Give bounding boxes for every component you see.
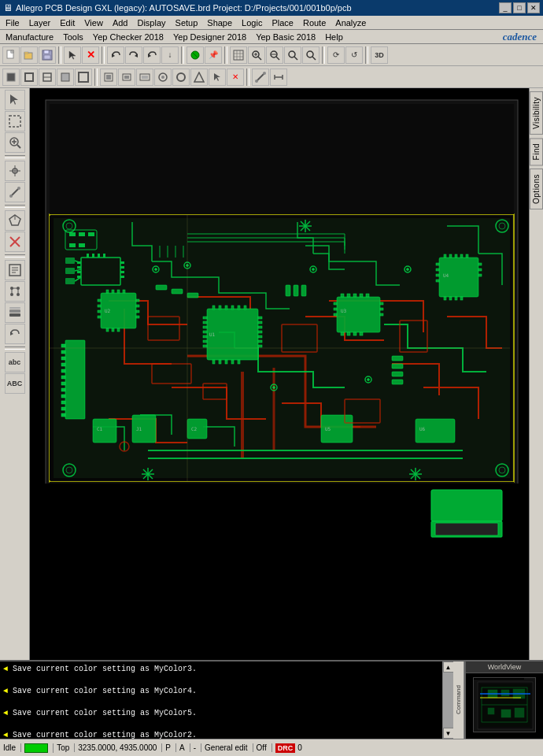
tb-open[interactable]	[20, 46, 38, 64]
tb2-pad[interactable]	[118, 69, 135, 86]
tb2-outlineb[interactable]	[20, 69, 38, 86]
menu-edit[interactable]: Edit	[56, 17, 79, 28]
sidebar-btn-highlight[interactable]	[5, 210, 25, 231]
tb-redo[interactable]	[125, 46, 142, 64]
options-tab[interactable]: Options	[530, 169, 543, 209]
tb2-place[interactable]	[190, 69, 208, 86]
svg-rect-180	[360, 332, 363, 335]
worldview-area: WorldView	[464, 662, 543, 739]
svg-rect-105	[120, 276, 124, 278]
scroll-up-button[interactable]: ▲	[443, 662, 454, 673]
svg-rect-164	[61, 376, 65, 379]
svg-text:U3: U3	[341, 308, 347, 313]
sidebar-sep-1	[5, 155, 25, 158]
menu-route[interactable]: Route	[299, 17, 330, 28]
tb-save[interactable]	[39, 46, 56, 64]
tb2-cross-red[interactable]: ✕	[227, 69, 244, 86]
sidebar-btn-zoom-area[interactable]	[5, 111, 25, 132]
sidebar-btn-netlist[interactable]	[5, 281, 25, 302]
sidebar-btn-text-abc-lower[interactable]: abc	[5, 352, 25, 372]
sidebar-btn-dehighlight[interactable]	[5, 232, 25, 252]
tb-ratsnest[interactable]	[187, 46, 204, 64]
menu-display[interactable]: Display	[133, 17, 169, 28]
scroll-track[interactable]	[443, 673, 454, 728]
menu-layer[interactable]: Layer	[25, 17, 55, 28]
toolbar-sep-3	[181, 46, 184, 64]
tb-undo[interactable]	[107, 46, 124, 64]
tb-refresh2[interactable]: ↺	[345, 46, 363, 64]
menu-logic[interactable]: Logic	[238, 17, 266, 28]
svg-rect-182	[334, 308, 337, 310]
minimize-button[interactable]: _	[499, 2, 512, 13]
tb2-circle[interactable]	[172, 69, 190, 86]
tb-zoom-in[interactable]	[266, 46, 283, 64]
sidebar-btn-zoom-in[interactable]	[5, 132, 25, 153]
status-a-seg: A	[179, 743, 190, 752]
svg-rect-158	[65, 340, 85, 419]
menu-yep-basic[interactable]: Yep Basic 2018	[252, 32, 320, 43]
tb2-layer1[interactable]	[39, 69, 56, 86]
tb2-border[interactable]	[75, 69, 92, 86]
menu-analyze[interactable]: Analyze	[331, 17, 370, 28]
tb-undo2[interactable]	[143, 46, 161, 64]
svg-rect-216	[187, 419, 207, 439]
tb-zoom-fit[interactable]	[248, 46, 265, 64]
menu-bar-1: File Layer Edit View Add Display Setup S…	[0, 16, 543, 30]
sidebar-btn-select[interactable]	[5, 90, 25, 110]
menu-yep-checker[interactable]: Yep Checker 2018	[89, 32, 168, 43]
svg-rect-204	[156, 285, 167, 290]
command-output[interactable]: ◄ Save current color setting as MyColor3…	[0, 662, 442, 739]
sidebar-btn-rotation[interactable]	[5, 324, 25, 344]
tb2-outline[interactable]	[2, 69, 20, 86]
svg-rect-191	[460, 254, 463, 258]
tb2-measure[interactable]	[270, 69, 287, 86]
tb-3d[interactable]: 3D	[371, 46, 388, 64]
svg-rect-87	[50, 104, 514, 214]
tb-pointer[interactable]	[64, 46, 81, 64]
svg-rect-14	[234, 50, 243, 60]
svg-point-220	[155, 269, 157, 271]
tb-down[interactable]: ↓	[161, 46, 179, 64]
sidebar-btn-text-abc-upper[interactable]: ABC	[5, 373, 25, 394]
tb2-via[interactable]	[100, 69, 117, 86]
tb-zoom-prev[interactable]	[302, 46, 320, 64]
tb2-route[interactable]	[154, 69, 172, 86]
sidebar-btn-measure[interactable]	[5, 182, 25, 202]
sidebar-btn-snap[interactable]	[5, 161, 25, 181]
menu-view[interactable]: View	[80, 17, 107, 28]
close-button[interactable]: ✕	[527, 2, 540, 13]
menu-yep-designer[interactable]: Yep Designer 2018	[169, 32, 250, 43]
tb2-square-fill[interactable]	[57, 69, 74, 86]
svg-rect-7	[44, 55, 50, 59]
tb-zoom-out[interactable]	[284, 46, 301, 64]
tb-pin[interactable]: 📌	[205, 46, 222, 64]
tb-new[interactable]	[2, 46, 20, 64]
menu-tools[interactable]: Tools	[59, 32, 87, 43]
tb2-cursor[interactable]	[209, 69, 226, 86]
menu-manufacture[interactable]: Manufacture	[2, 32, 57, 43]
scroll-down-button[interactable]: ▼	[443, 728, 454, 739]
tb-grid[interactable]	[230, 46, 247, 64]
visibility-tab[interactable]: Visibility	[530, 91, 543, 135]
svg-rect-92	[69, 232, 76, 236]
svg-rect-112	[65, 278, 75, 284]
menu-setup[interactable]: Setup	[172, 17, 202, 28]
menu-shape[interactable]: Shape	[203, 17, 236, 28]
tb2-comp[interactable]	[136, 69, 153, 86]
sidebar-btn-property[interactable]	[5, 260, 25, 280]
menu-place[interactable]: Place	[268, 17, 297, 28]
svg-rect-123	[203, 345, 207, 347]
tb-cut[interactable]: ✕	[82, 46, 99, 64]
menu-help[interactable]: Help	[321, 32, 347, 43]
svg-rect-167	[61, 395, 65, 398]
svg-rect-136	[244, 306, 246, 309]
menu-file[interactable]: File	[2, 17, 24, 28]
tb-refresh1[interactable]: ⟳	[327, 46, 345, 64]
pcb-canvas-area[interactable]: U1 U2 U3 U4 J1 C1 C2 U5 U6	[30, 88, 529, 660]
sidebar-btn-layer[interactable]	[5, 302, 25, 323]
svg-marker-45	[194, 72, 204, 82]
tb2-etch[interactable]	[252, 69, 269, 86]
menu-add[interactable]: Add	[109, 17, 132, 28]
maximize-button[interactable]: □	[513, 2, 526, 13]
find-tab[interactable]: Find	[530, 138, 543, 165]
